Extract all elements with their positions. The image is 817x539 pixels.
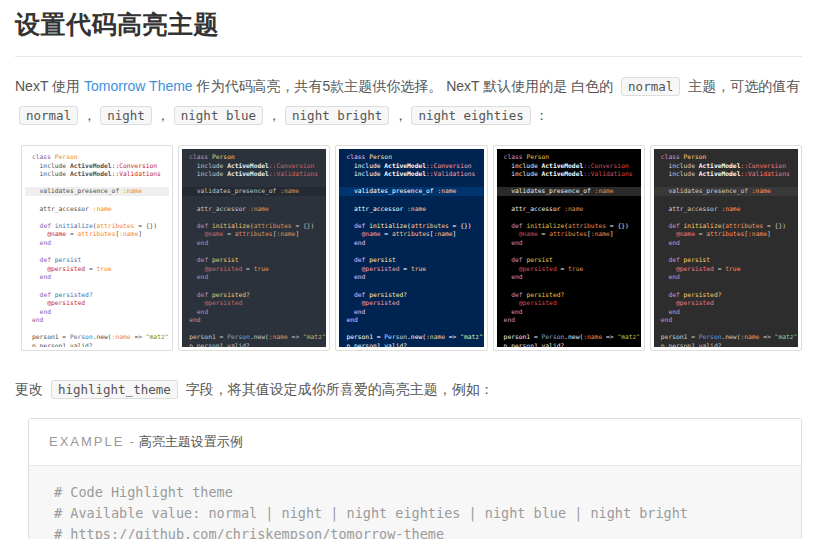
preview-code-line: validates_presence_of :name [182,187,326,196]
preview-code-line [339,282,483,291]
example-code-line: # Code Highlight theme [54,482,776,503]
theme-preview-night: class Person include ActiveModel::Conver… [178,145,330,351]
preview-code-line [654,248,798,257]
inline-code-option: night eighties [411,106,530,125]
preview-code-line: end [497,273,641,282]
preview-code-line: def persist [25,256,169,265]
preview-code-line [339,213,483,222]
preview-code-line [25,196,169,205]
example-code-block: # Code Highlight theme# Available value:… [29,465,801,539]
inline-code-option: night bright [285,106,389,125]
example-title: 高亮主题设置示例 [139,434,243,449]
preview-code-line: end [497,239,641,248]
theme-options-inline: normal，night，night blue，night bright，nig… [15,107,549,123]
preview-code-line: end [654,316,798,325]
example-header: EXAMPLE-高亮主题设置示例 [29,419,801,465]
change-text-2: 字段，将其值设定成你所喜爱的高亮主题，例如： [182,381,494,397]
preview-code-line: @name = attributes[:name] [339,230,483,239]
preview-code-line: @persisted = true [182,265,326,274]
preview-code-line: def persist [654,256,798,265]
example-label: EXAMPLE [49,434,124,449]
preview-code-line: p person1.valid? [182,342,326,347]
preview-code-line: @persisted = true [497,265,641,274]
theme-preview-code: class Person include ActiveModel::Conver… [654,149,798,347]
preview-code-line: def persisted? [182,291,326,300]
preview-code-line: @name = attributes[:name] [497,230,641,239]
theme-previews-row: class Person include ActiveModel::Conver… [21,145,802,351]
inline-code-option: night blue [174,106,263,125]
theme-preview-night-blue: class Person include ActiveModel::Conver… [335,145,487,351]
example-block: EXAMPLE-高亮主题设置示例 # Code Highlight theme#… [28,418,802,539]
preview-code-line: end [339,316,483,325]
theme-preview-code: class Person include ActiveModel::Conver… [182,149,326,347]
preview-code-line [182,325,326,334]
preview-code-line [25,282,169,291]
preview-code-line: validates_presence_of :name [654,187,798,196]
preview-code-line: person1 = Person.new(:name => "matz") [497,333,641,342]
inline-code-highlight-theme: highlight_theme [51,380,178,399]
preview-code-line: validates_presence_of :name [25,187,169,196]
preview-code-line: attr_accessor :name [497,205,641,214]
preview-code-line: validates_presence_of :name [497,187,641,196]
preview-code-line: end [25,273,169,282]
preview-code-line: @persisted [182,299,326,308]
preview-code-line: p person1.valid? [25,342,169,347]
preview-code-line: @persisted = true [25,265,169,274]
preview-code-line: attr_accessor :name [25,205,169,214]
preview-code-line [497,248,641,257]
preview-code-line: def initialize(attributes = {}) [25,222,169,231]
preview-code-line: include ActiveModel::Conversion [339,162,483,171]
intro-text-1: NexT 使用 [15,78,84,94]
preview-code-line [182,196,326,205]
inline-code-option: night [100,106,152,125]
preview-code-line: end [182,308,326,317]
preview-code-line: def persisted? [497,291,641,300]
preview-code-line: end [25,239,169,248]
preview-code-line: @persisted [497,299,641,308]
inline-code-option: normal [19,106,78,125]
preview-code-line: end [654,308,798,317]
preview-code-line [339,179,483,188]
change-paragraph: 更改 highlight_theme 字段，将其值设定成你所喜爱的高亮主题，例如… [15,375,802,404]
article-page: 设置代码高亮主题 NexT 使用 Tomorrow Theme 作为代码高亮，共… [15,0,802,539]
preview-code-line: p person1.valid? [654,342,798,347]
preview-code-line: class Person [182,153,326,162]
preview-code-line: @name = attributes[:name] [654,230,798,239]
preview-code-line: @persisted = true [654,265,798,274]
theme-preview-night-bright: class Person include ActiveModel::Conver… [493,145,645,351]
preview-code-line: person1 = Person.new(:name => "matz") [339,333,483,342]
preview-code-line: person1 = Person.new(:name => "matz") [654,333,798,342]
preview-code-line: end [182,316,326,325]
preview-code-line: class Person [497,153,641,162]
preview-code-line: attr_accessor :name [182,205,326,214]
preview-code-line: include ActiveModel::Conversion [654,162,798,171]
theme-preview-code: class Person include ActiveModel::Conver… [25,149,169,347]
example-code-line: # https://github.com/chriskempson/tomorr… [54,524,776,539]
tomorrow-theme-link[interactable]: Tomorrow Theme [84,78,193,94]
preview-code-line: def persist [497,256,641,265]
preview-code-line: def persisted? [339,291,483,300]
preview-code-line: end [654,273,798,282]
preview-code-line: class Person [25,153,169,162]
preview-code-line: end [497,316,641,325]
preview-code-line [497,325,641,334]
preview-code-line: end [25,316,169,325]
theme-preview-code: class Person include ActiveModel::Conver… [497,149,641,347]
preview-code-line: @persisted [654,299,798,308]
preview-code-line [182,248,326,257]
preview-code-line: def initialize(attributes = {}) [497,222,641,231]
preview-code-line [25,325,169,334]
example-code-line: # Available value: normal | night | nigh… [54,503,776,524]
preview-code-line [339,248,483,257]
theme-preview-normal: class Person include ActiveModel::Conver… [21,145,173,351]
preview-code-line [654,213,798,222]
preview-code-line [182,282,326,291]
preview-code-line [654,325,798,334]
inline-code-default-theme: normal [621,77,680,96]
preview-code-line: include ActiveModel::Validations [654,170,798,179]
preview-code-line: include ActiveModel::Validations [497,170,641,179]
preview-code-line: def initialize(attributes = {}) [654,222,798,231]
theme-preview-code: class Person include ActiveModel::Conver… [339,149,483,347]
preview-code-line: @persisted = true [339,265,483,274]
preview-code-line: class Person [339,153,483,162]
